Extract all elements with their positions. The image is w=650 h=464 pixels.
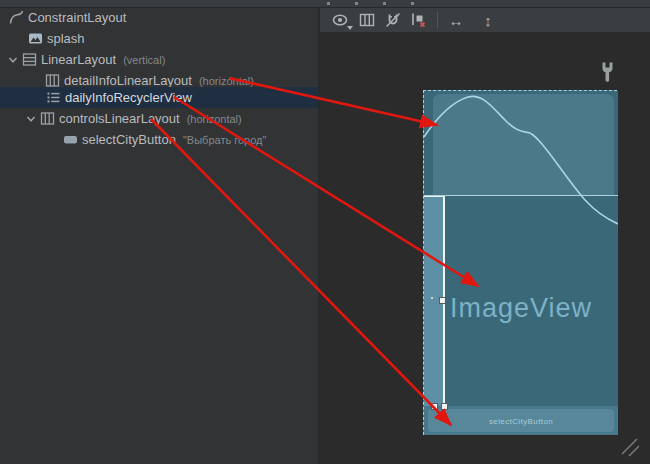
tree-item-linearlayout[interactable]: LinearLayout (vertical) xyxy=(0,49,326,70)
device-screen[interactable]: ImageView selectCityButton xyxy=(423,90,617,435)
controls-section[interactable]: selectCityButton xyxy=(424,406,618,435)
linear-layout-horizontal-icon xyxy=(45,73,60,88)
detail-info-highlight xyxy=(433,94,614,195)
toolbar-mark xyxy=(383,2,386,5)
image-view-icon xyxy=(28,31,43,46)
toolbar-mark xyxy=(411,2,414,5)
tree-item-label: splash xyxy=(47,31,85,46)
autoconnect-off-icon[interactable] xyxy=(380,9,406,31)
component-tree-panel: ConstraintLayout splash LinearLayout (ve… xyxy=(0,8,318,464)
tree-item-annotation: (vertical) xyxy=(123,54,165,66)
blueprint-mode-icon[interactable] xyxy=(354,9,380,31)
tree-item-annotation: (horizontal) xyxy=(187,113,242,125)
linear-layout-horizontal-icon xyxy=(40,111,55,126)
expand-horizontal-icon[interactable]: ↔ xyxy=(443,9,469,31)
constraint-layout-icon xyxy=(9,10,24,25)
chevron-down-icon[interactable] xyxy=(26,114,36,124)
tree-item-label: ConstraintLayout xyxy=(28,10,126,25)
chevron-down-icon[interactable] xyxy=(8,55,18,65)
dropdown-caret-icon xyxy=(347,26,353,30)
resize-handle[interactable] xyxy=(441,403,448,410)
tree-item-label: detailInfoLinearLayout xyxy=(64,73,192,88)
tree-item-controlslinearlayout[interactable]: controlsLinearLayout (horizontal) xyxy=(0,108,344,129)
tree-item-value: "Выбрать город" xyxy=(183,134,266,146)
select-city-button-label: selectCityButton xyxy=(424,417,618,426)
tree-item-label: selectCityButton xyxy=(82,132,176,147)
wrench-icon xyxy=(601,62,614,83)
toolbar-mark xyxy=(355,2,358,5)
resize-handle[interactable] xyxy=(431,403,438,410)
recycler-view-icon xyxy=(46,90,61,105)
toolbar-separator xyxy=(437,12,438,28)
linear-layout-vertical-icon xyxy=(22,52,37,67)
tree-item-dailyinforecyclerview[interactable]: dailyInfoRecyclerView xyxy=(0,87,364,108)
button-icon xyxy=(63,132,78,147)
tree-item-label: controlsLinearLayout xyxy=(59,111,180,126)
clear-constraints-icon[interactable] xyxy=(406,9,432,31)
imageview-placeholder-label: ImageView xyxy=(424,293,618,324)
resize-handle[interactable] xyxy=(439,297,446,304)
expand-vertical-icon[interactable]: ↕ xyxy=(475,9,501,31)
tree-item-label: LinearLayout xyxy=(41,52,116,67)
tree-item-label: dailyInfoRecyclerView xyxy=(65,90,192,105)
tree-item-annotation: (horizontal) xyxy=(199,75,254,87)
baseline-dot xyxy=(431,297,433,299)
design-toolbar: ↔ ↕ xyxy=(320,8,650,33)
canvas-resize-handle[interactable] xyxy=(620,437,640,457)
view-options-icon[interactable] xyxy=(328,9,354,31)
tree-item-splash[interactable]: splash xyxy=(0,28,346,49)
detail-info-section[interactable] xyxy=(424,91,618,196)
tree-item-constraintlayout[interactable]: ConstraintLayout xyxy=(0,7,327,28)
toolbar-mark xyxy=(327,2,330,5)
